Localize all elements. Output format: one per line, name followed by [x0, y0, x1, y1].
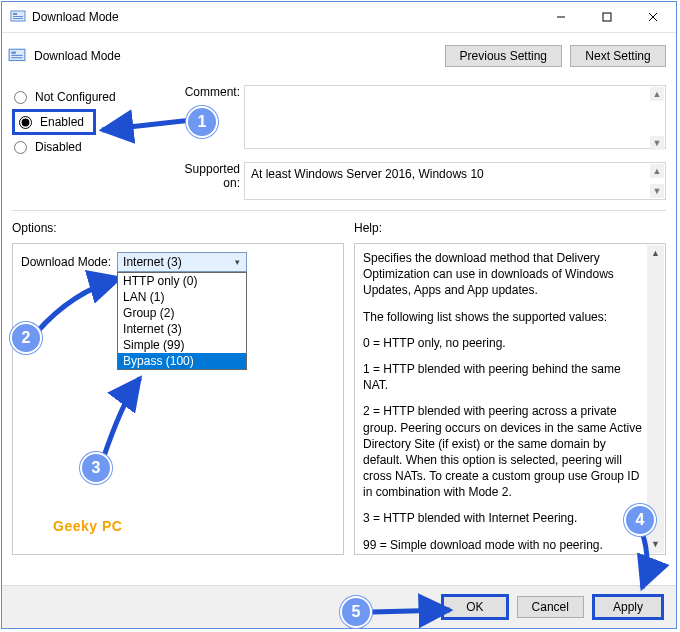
- options-label: Options:: [12, 221, 344, 239]
- help-pane: Specifies the download method that Deliv…: [354, 243, 666, 555]
- gpo-editor-window: Download Mode Download Mode Previous Set…: [1, 1, 677, 629]
- chevron-up-icon[interactable]: ▲: [650, 87, 664, 101]
- comment-wrap: ▲ ▼: [244, 85, 666, 152]
- apply-button[interactable]: Apply: [592, 594, 664, 620]
- radio-disabled-input[interactable]: [14, 141, 27, 154]
- separator: [12, 210, 666, 211]
- radio-enabled-label: Enabled: [40, 115, 84, 129]
- close-icon: [648, 12, 658, 22]
- policy-header: Download Mode Previous Setting Next Sett…: [2, 33, 676, 75]
- chevron-down-icon[interactable]: ▼: [647, 536, 664, 553]
- download-mode-combo[interactable]: Internet (3) ▾ HTTP only (0) LAN (1) Gro…: [117, 252, 247, 272]
- supported-wrap: At least Windows Server 2016, Windows 10…: [244, 162, 666, 200]
- download-mode-selected[interactable]: Internet (3) ▾: [117, 252, 247, 272]
- policy-title: Download Mode: [34, 49, 437, 63]
- supported-on-value: At least Windows Server 2016, Windows 10: [244, 162, 666, 200]
- svg-rect-5: [603, 13, 611, 21]
- help-label: Help:: [354, 221, 666, 239]
- close-button[interactable]: [630, 2, 676, 32]
- titlebar: Download Mode: [2, 2, 676, 33]
- policy-icon: [8, 47, 26, 65]
- help-text: 2 = HTTP blended with peering across a p…: [363, 403, 643, 500]
- combo-item[interactable]: HTTP only (0): [118, 273, 246, 289]
- options-pane: Download Mode: Internet (3) ▾ HTTP only …: [12, 243, 344, 555]
- help-text: 1 = HTTP blended with peering behind the…: [363, 361, 643, 393]
- svg-rect-2: [13, 16, 23, 17]
- combo-item[interactable]: Simple (99): [118, 337, 246, 353]
- svg-rect-3: [13, 18, 23, 19]
- svg-rect-10: [11, 55, 22, 56]
- app-icon: [10, 9, 26, 25]
- help-column: Help: Specifies the download method that…: [354, 221, 666, 557]
- next-setting-button[interactable]: Next Setting: [570, 45, 666, 67]
- download-mode-dropdown[interactable]: HTTP only (0) LAN (1) Group (2) Internet…: [117, 272, 247, 370]
- minimize-icon: [556, 12, 566, 22]
- combo-item[interactable]: LAN (1): [118, 289, 246, 305]
- previous-setting-button[interactable]: Previous Setting: [445, 45, 562, 67]
- radio-not-configured-input[interactable]: [14, 91, 27, 104]
- combo-item-selected[interactable]: Bypass (100): [118, 353, 246, 369]
- radio-disabled[interactable]: Disabled: [12, 135, 168, 159]
- help-text: The following list shows the supported v…: [363, 309, 643, 325]
- comment-label: Comment:: [172, 85, 240, 99]
- svg-rect-9: [11, 52, 16, 54]
- help-text: 99 = Simple download mode with no peerin…: [363, 537, 643, 555]
- help-scrollbar[interactable]: ▲ ▼: [647, 245, 664, 553]
- combo-item[interactable]: Group (2): [118, 305, 246, 321]
- maximize-button[interactable]: [584, 2, 630, 32]
- watermark: Geeky PC: [53, 518, 122, 534]
- ok-button[interactable]: OK: [441, 594, 508, 620]
- radio-not-configured-label: Not Configured: [35, 90, 116, 104]
- window-controls: [538, 2, 676, 32]
- window-title: Download Mode: [32, 10, 538, 24]
- radio-enabled-input[interactable]: [19, 116, 32, 129]
- chevron-down-icon[interactable]: ▼: [650, 184, 664, 198]
- help-text: Specifies the download method that Deliv…: [363, 250, 643, 299]
- options-column: Options: Download Mode: Internet (3) ▾ H…: [12, 221, 344, 557]
- radio-disabled-label: Disabled: [35, 140, 82, 154]
- download-mode-selected-text: Internet (3): [123, 255, 182, 269]
- dialog-buttons: OK Cancel Apply: [2, 585, 676, 628]
- comment-input[interactable]: [244, 85, 666, 149]
- minimize-button[interactable]: [538, 2, 584, 32]
- download-mode-row: Download Mode: Internet (3) ▾ HTTP only …: [21, 252, 335, 272]
- help-text: 0 = HTTP only, no peering.: [363, 335, 643, 351]
- cancel-button[interactable]: Cancel: [517, 596, 584, 618]
- radio-enabled[interactable]: Enabled: [12, 109, 96, 135]
- upper-panel: Not Configured Enabled Disabled Comment:…: [2, 75, 676, 206]
- maximize-icon: [602, 12, 612, 22]
- radio-not-configured[interactable]: Not Configured: [12, 85, 168, 109]
- state-radio-group: Not Configured Enabled Disabled: [12, 85, 168, 200]
- chevron-down-icon[interactable]: ▼: [650, 136, 664, 150]
- download-mode-label: Download Mode:: [21, 252, 111, 269]
- chevron-down-icon: ▾: [228, 253, 246, 271]
- supported-on-label: Supported on:: [172, 162, 240, 190]
- svg-rect-1: [13, 13, 17, 15]
- chevron-up-icon[interactable]: ▲: [647, 245, 664, 262]
- combo-item[interactable]: Internet (3): [118, 321, 246, 337]
- svg-rect-11: [11, 57, 22, 58]
- chevron-up-icon[interactable]: ▲: [650, 164, 664, 178]
- lower-panel: Options: Download Mode: Internet (3) ▾ H…: [2, 215, 676, 563]
- help-text: 3 = HTTP blended with Internet Peering.: [363, 510, 643, 526]
